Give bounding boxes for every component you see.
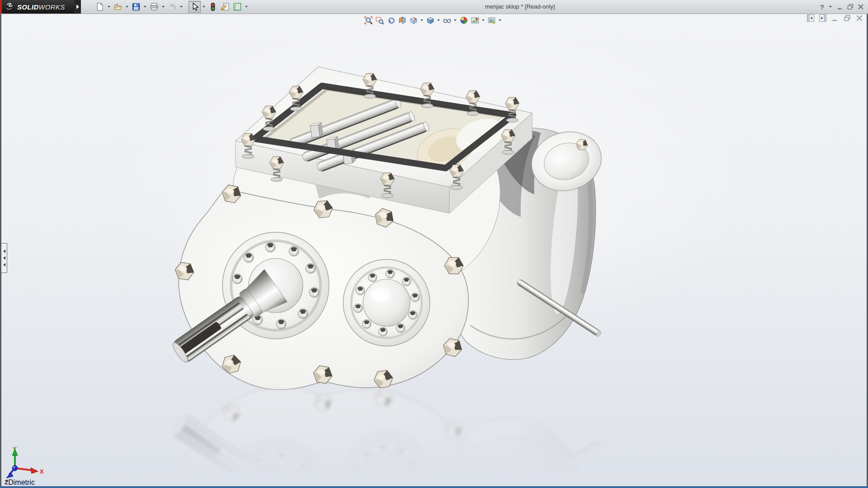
- display-style-icon: [426, 16, 435, 25]
- display-style-button[interactable]: [425, 15, 436, 26]
- print-icon: [150, 2, 159, 11]
- feature-panel-collapse-tab[interactable]: [1, 243, 7, 273]
- section-view-button[interactable]: [396, 15, 408, 26]
- edit-appearance-button[interactable]: [458, 15, 469, 26]
- display-style-dropdown-arrow[interactable]: [436, 15, 441, 26]
- solidworks-logo: SOLIDWORKS: [0, 0, 74, 14]
- view-orientation-dropdown-arrow[interactable]: [419, 15, 425, 26]
- view-orientation-button[interactable]: [408, 15, 419, 26]
- zoom-to-area-icon: [375, 16, 384, 25]
- view-settings-dropdown-arrow[interactable]: [497, 15, 503, 26]
- zoom-to-area-button[interactable]: [374, 15, 385, 26]
- standard-toolbar: [94, 1, 249, 13]
- open-button[interactable]: [112, 1, 124, 13]
- rebuild-icon: [208, 2, 217, 11]
- apply-scene-icon: [471, 16, 480, 25]
- viewport-3d[interactable]: [1, 14, 867, 486]
- window-border-left: [0, 14, 1, 486]
- help-dropdown-arrow[interactable]: [827, 1, 833, 13]
- options-button[interactable]: [231, 1, 243, 13]
- model-scene[interactable]: [1, 14, 867, 486]
- new-button[interactable]: [94, 1, 106, 13]
- previous-view-button[interactable]: [385, 15, 396, 26]
- collapse-arrow-icon: [3, 256, 5, 260]
- hide-show-items-icon: [443, 16, 452, 25]
- expand-arrow-icon: [76, 5, 79, 9]
- solidworks-logo-icon: [5, 2, 15, 11]
- minimize-button[interactable]: [836, 3, 844, 10]
- zoom-to-fit-button[interactable]: [363, 15, 374, 26]
- help-button[interactable]: ?: [820, 3, 824, 11]
- doc-close-icon: [855, 14, 863, 22]
- brand-text-bold: SOLID: [17, 3, 38, 11]
- document-window-controls: [807, 14, 863, 22]
- view-orientation-icon: [409, 16, 418, 25]
- document-close-button[interactable]: [855, 14, 863, 22]
- zoom-to-fit-icon: [364, 16, 373, 25]
- menu-expand-button[interactable]: [74, 0, 81, 14]
- select-icon: [190, 2, 199, 11]
- doc-restore-icon: [843, 14, 851, 22]
- restore-button[interactable]: [847, 3, 854, 10]
- headsup-view-toolbar: [363, 15, 503, 26]
- print-button[interactable]: [148, 1, 160, 13]
- panel-right-icon: [819, 14, 827, 22]
- document-restore-button[interactable]: [843, 14, 851, 22]
- section-view-icon: [398, 16, 407, 25]
- hide-show-items-button[interactable]: [441, 15, 453, 26]
- undo-icon: [168, 2, 177, 11]
- file-properties-button[interactable]: [219, 1, 231, 13]
- options-dropdown-arrow[interactable]: [243, 1, 249, 13]
- collapse-arrow-icon: [3, 249, 5, 253]
- doc-minimize-icon: [831, 14, 839, 22]
- floor-reflection: [166, 387, 609, 486]
- collapse-arrow-icon: [3, 263, 5, 267]
- new-dropdown-arrow[interactable]: [106, 1, 112, 13]
- window-title: menjac sklop * [Read-only]: [457, 0, 583, 14]
- save-icon: [132, 2, 141, 11]
- apply-scene-dropdown-arrow[interactable]: [481, 15, 486, 26]
- save-dropdown-arrow[interactable]: [142, 1, 148, 13]
- open-icon: [113, 2, 123, 11]
- title-bar: SOLIDWORKS menjac sklop * [Read-only] ?: [0, 0, 868, 14]
- triad-x-label: X: [40, 468, 44, 475]
- window-border-bottom: [0, 486, 868, 488]
- rebuild-button[interactable]: [207, 1, 219, 13]
- view-settings-button[interactable]: [486, 15, 497, 26]
- window-controls: ?: [820, 0, 864, 14]
- select-dropdown-arrow[interactable]: [201, 1, 207, 13]
- select-button[interactable]: [189, 1, 201, 13]
- save-button[interactable]: [130, 1, 142, 13]
- apply-scene-button[interactable]: [469, 15, 481, 26]
- minimize-icon: [836, 3, 844, 10]
- gearbox-model[interactable]: [166, 67, 609, 390]
- panel-left-icon: [807, 14, 815, 22]
- open-dropdown-arrow[interactable]: [124, 1, 130, 13]
- document-minimize-button[interactable]: [831, 14, 839, 22]
- close-icon: [857, 3, 864, 10]
- print-dropdown-arrow[interactable]: [160, 1, 166, 13]
- brand-text-light: WORKS: [38, 3, 65, 11]
- undo-dropdown-arrow[interactable]: [178, 1, 184, 13]
- options-icon: [233, 2, 242, 11]
- edit-appearance-icon: [459, 16, 468, 25]
- view-settings-icon: [487, 16, 496, 25]
- hide-show-items-dropdown-arrow[interactable]: [453, 15, 458, 26]
- help-icon: ?: [820, 3, 824, 11]
- file-properties-icon: [221, 2, 230, 11]
- view-orientation-label: *Dimetric: [5, 479, 35, 487]
- undo-button[interactable]: [166, 1, 178, 13]
- pane-toggle-left-button[interactable]: [807, 14, 815, 22]
- previous-view-icon: [387, 16, 396, 25]
- restore-icon: [847, 3, 854, 10]
- new-icon: [95, 2, 104, 11]
- pane-toggle-right-button[interactable]: [819, 14, 827, 22]
- close-button[interactable]: [857, 3, 864, 10]
